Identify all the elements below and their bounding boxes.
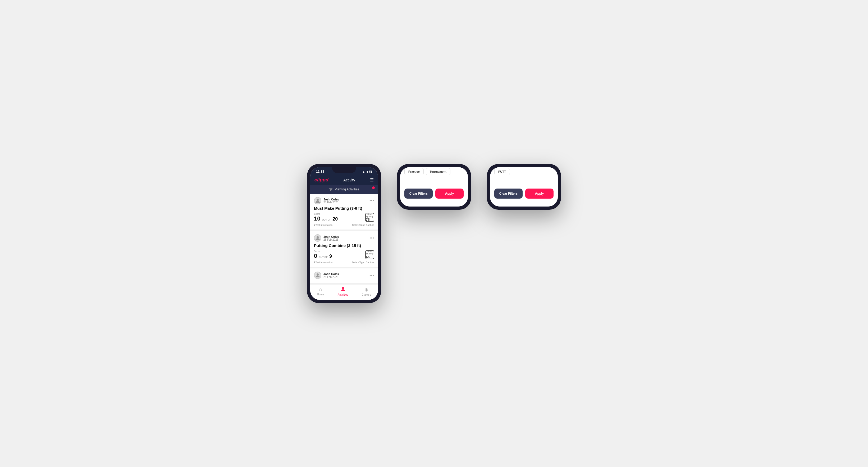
shot-quality-label-1: Shot Quality: [366, 213, 374, 218]
user-info-1: Josh Coles 28 Feb 2023: [314, 197, 339, 205]
user-date-1: 28 Feb 2023: [323, 201, 339, 204]
stats-row-1: Score 10 OUT OF 20 Shot Quality 75: [314, 213, 374, 222]
activity-footer-1: ℹ Test Information Data: Clippd Capture: [314, 224, 374, 226]
activity-list: Josh Coles 28 Feb 2023 ••• Must Make Put…: [310, 194, 378, 284]
user-info-2: Josh Coles 28 Feb 2023: [314, 234, 339, 242]
activities-icon-1: [341, 287, 345, 293]
scene: 11:33 ▲ ◀ 51 clippd Activity ☰: [291, 148, 577, 319]
data-source-1: Data: Clippd Capture: [352, 224, 374, 226]
shot-quality-badge-2: Shot Quality 45: [365, 250, 374, 259]
home-icon-1: ⌂: [319, 287, 322, 292]
filter-body-3: Show Rounds Practice Drills Practice Dri…: [490, 167, 558, 183]
info-icon-2: ℹ: [314, 261, 315, 263]
capture-icon-1: ⊕: [365, 287, 368, 293]
activity-title-2: Putting Combine (3-15 ft): [314, 243, 374, 248]
filter-icon-1: [329, 187, 333, 191]
svg-point-3: [317, 199, 319, 201]
more-options-1[interactable]: •••: [369, 198, 374, 203]
notification-dot-1: [372, 186, 375, 189]
viewing-bar-text-1: Viewing Activities: [335, 187, 359, 191]
total-value-1: 20: [333, 216, 338, 222]
out-of-2: OUT OF: [319, 256, 328, 258]
activity-item-2[interactable]: Josh Coles 28 Feb 2023 ••• Putting Combi…: [310, 231, 378, 269]
test-info-2[interactable]: ℹ Test Information: [314, 261, 333, 263]
menu-icon-1[interactable]: ☰: [370, 178, 374, 183]
filter-footer-2: Clear Filters Apply: [400, 189, 468, 198]
nav-home-1[interactable]: ⌂ Home: [317, 287, 324, 296]
clear-filters-btn-2[interactable]: Clear Filters: [404, 189, 433, 198]
practice-type-btn-2[interactable]: Practice: [404, 168, 424, 175]
bottom-nav-1: ⌂ Home Activities ⊕ Capture: [310, 284, 378, 300]
putt-btn-3[interactable]: PUTT: [494, 168, 510, 175]
app-header-1: clippd Activity ☰: [310, 175, 378, 185]
phone-2: 11:33 ▲ ◀ 51 clippd Activity ☰ Viewing A…: [397, 164, 471, 210]
phone-2-inner: 11:33 ▲ ◀ 51 clippd Activity ☰ Viewing A…: [400, 167, 468, 207]
activity-top-2: Josh Coles 28 Feb 2023 •••: [314, 234, 374, 242]
svg-point-6: [342, 287, 344, 289]
shot-quality-value-2: 45: [366, 255, 374, 259]
nav-capture-1[interactable]: ⊕ Capture: [362, 287, 371, 296]
round-type-buttons-2: Practice Tournament: [404, 168, 464, 175]
info-icon-1: ℹ: [314, 224, 315, 226]
notch-1: [332, 167, 356, 173]
data-source-2: Data: Clippd Capture: [352, 261, 374, 263]
phone-1-inner: 11:33 ▲ ◀ 51 clippd Activity ☰: [310, 167, 378, 300]
score-value-1: 10: [314, 215, 320, 222]
user-info-3: Josh Coles 28 Feb 2023: [314, 272, 339, 279]
activities-label-1: Activities: [338, 293, 348, 296]
out-of-1: OUT OF: [322, 218, 331, 221]
score-section-1: Score 10 OUT OF 20: [314, 213, 338, 222]
tournament-btn-2[interactable]: Tournament: [426, 168, 451, 175]
score-label-1: Score: [314, 213, 338, 215]
activity-footer-2: ℹ Test Information Data: Clippd Capture: [314, 261, 374, 263]
home-label-1: Home: [317, 293, 324, 296]
shot-quality-value-1: 75: [366, 218, 374, 222]
clear-filters-btn-3[interactable]: Clear Filters: [494, 189, 523, 198]
header-title-1: Activity: [343, 178, 355, 182]
test-info-text-1: Test Information: [315, 224, 333, 226]
activity-top-1: Josh Coles 28 Feb 2023 •••: [314, 197, 374, 205]
status-time-1: 11:33: [316, 170, 324, 174]
user-details-3: Josh Coles 28 Feb 2023: [323, 272, 339, 278]
score-label-2: Score: [314, 250, 332, 253]
user-name-2: Josh Coles: [323, 235, 339, 238]
filter-footer-3: Clear Filters Apply: [490, 189, 558, 198]
filter-body-2: Show Rounds Practice Drills Rounds Pract…: [400, 167, 468, 183]
activity-item-3[interactable]: Josh Coles 28 Feb 2023 •••: [310, 269, 378, 284]
svg-point-5: [317, 274, 319, 276]
avatar-2: [314, 234, 321, 242]
activity-item-1[interactable]: Josh Coles 28 Feb 2023 ••• Must Make Put…: [310, 194, 378, 231]
signal-icon: ▲: [362, 170, 365, 173]
user-name-3: Josh Coles: [323, 272, 339, 276]
status-icons-1: ▲ ◀ 51: [362, 170, 372, 173]
score-value-2: 0: [314, 253, 317, 259]
phone-3-inner: 11:33 ▲ ◀ 51 clippd Activity ☰ Viewing A…: [490, 167, 558, 207]
more-options-3[interactable]: •••: [369, 273, 374, 277]
activity-top-3: Josh Coles 28 Feb 2023 •••: [314, 272, 374, 279]
apply-btn-2[interactable]: Apply: [435, 189, 464, 198]
nav-activities-1[interactable]: Activities: [338, 287, 348, 296]
user-details-2: Josh Coles 28 Feb 2023: [323, 235, 339, 241]
logo-1: clippd: [314, 177, 329, 183]
user-name-1: Josh Coles: [323, 198, 339, 201]
filter-sheet-2: Filter ✕ Show Rounds Practice Drills Rou…: [400, 167, 468, 207]
total-value-2: 9: [329, 254, 332, 259]
test-info-text-2: Test Information: [315, 261, 333, 263]
activity-title-1: Must Make Putting (3-6 ft): [314, 206, 374, 211]
filter-sheet-3: Filter ✕ Show Rounds Practice Drills Pra…: [490, 167, 558, 207]
viewing-bar-1[interactable]: Viewing Activities: [310, 185, 378, 194]
phone-1: 11:33 ▲ ◀ 51 clippd Activity ☰: [307, 164, 381, 303]
user-date-3: 28 Feb 2023: [323, 276, 339, 278]
score-section-2: Score 0 OUT OF 9: [314, 250, 332, 259]
drill-type-buttons-3: OTT APP ARG PUTT: [494, 167, 554, 175]
wifi-icon: ◀: [366, 170, 368, 173]
apply-btn-3[interactable]: Apply: [525, 189, 554, 198]
svg-point-4: [317, 236, 319, 238]
more-options-2[interactable]: •••: [369, 236, 374, 240]
stats-row-2: Score 0 OUT OF 9 Shot Quality 45: [314, 250, 374, 259]
user-date-2: 28 Feb 2023: [323, 238, 339, 241]
capture-label-1: Capture: [362, 293, 371, 296]
user-details-1: Josh Coles 28 Feb 2023: [323, 198, 339, 204]
test-info-1[interactable]: ℹ Test Information: [314, 224, 333, 226]
avatar-1: [314, 197, 321, 205]
